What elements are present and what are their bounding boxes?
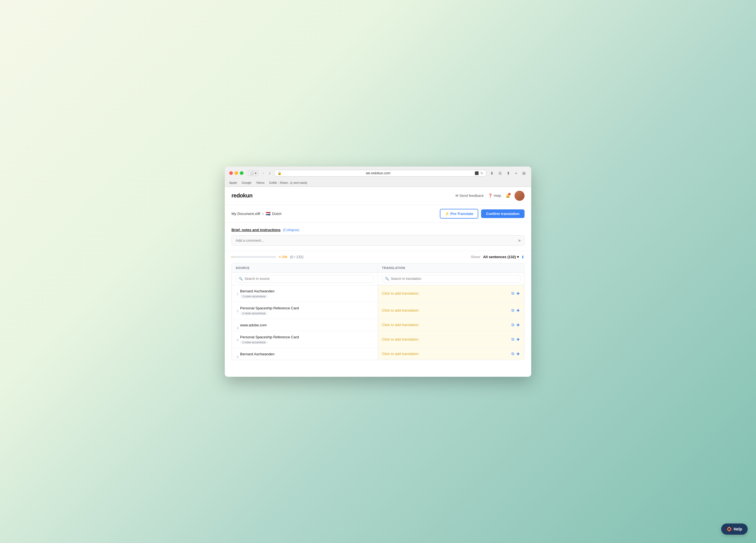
confirm-translation-button[interactable]: Confirm translation [481,210,525,218]
chevron-down-icon: ▾ [517,255,519,259]
address-bar[interactable]: 🔒 we.redokun.com ⬛ ↻ [274,170,486,177]
close-button[interactable] [229,171,233,175]
source-cell-5: 5 Bernard Aschwanden [232,348,378,360]
download-button[interactable]: ⬇ [489,171,495,176]
confirm-btn-4[interactable]: ✚ [516,337,520,342]
breadcrumb-document[interactable]: My Document.xliff [231,212,260,216]
translation-cell-3[interactable]: Click to add translation ⧉ ✚ [378,319,524,331]
progress-bar-fill [231,256,232,258]
pretranslate-button[interactable]: ⚡ Pre-Translate [440,209,478,219]
confirm-btn-2[interactable]: ✚ [516,308,520,313]
app-logo: redokun [231,193,252,199]
row-number-4: 4 [237,338,238,342]
notes-header: Brief, notes and instructions (Collapse) [231,228,525,232]
copy-btn-3[interactable]: ⧉ [511,322,515,328]
notes-section: Brief, notes and instructions (Collapse)… [225,223,531,251]
back-button[interactable]: ‹ [261,170,265,176]
confirm-btn-5[interactable]: ✚ [516,351,520,357]
confirm-btn-3[interactable]: ✚ [516,322,520,328]
sidebar-toggle-button[interactable]: ⬜ ▾ [248,171,258,176]
translation-search-wrapper: 🔍 [382,275,520,282]
source-text-5: Bernard Aschwanden [240,352,275,356]
search-source-input[interactable] [245,277,371,281]
copy-btn-2[interactable]: ⧉ [511,307,515,313]
translation-search-cell: 🔍 [378,272,524,285]
question-icon: ❓ [488,194,492,198]
progress-count: (0 / 132) [290,255,303,259]
occurrence-badge-4: 1 more occurrence [240,340,268,344]
source-text-2: Personal Spaceship Reference Card [240,306,299,310]
grid-button[interactable]: ⊞ [521,171,527,176]
source-cell-1: 1 Bernard Aschwanden 1 more occurrence [232,285,378,302]
notes-title: Brief, notes and instructions [231,228,281,232]
bookmark-yahoo[interactable]: Yahoo [256,181,265,184]
breadcrumb-separator: > [262,212,264,216]
progress-bar-container [231,256,276,258]
translation-column-header: TRANSLATION [378,264,524,272]
copy-btn-4[interactable]: ⧉ [511,336,515,342]
table-row: 1 Bernard Aschwanden 1 more occurrence C… [232,285,524,302]
row-number-1: 1 [237,292,238,296]
copy-btn-1[interactable]: ⧉ [511,290,515,296]
notification-bell-wrapper: 🔔 [506,194,510,198]
new-tab-button[interactable]: + [514,171,518,176]
forward-button[interactable]: › [268,170,272,176]
cell-actions-3: ⧉ ✚ [511,322,520,328]
row-number-2: 2 [237,309,238,313]
user-avatar[interactable] [514,191,525,201]
translation-placeholder-2: Click to add translation [382,308,509,312]
translate-icon: ⬛ [475,171,479,175]
bookmark-gofile[interactable]: Gofile - Share...ly and easily [269,181,308,184]
source-text-3: www.adobe.com [240,323,267,327]
translation-cell-5[interactable]: Click to add translation ⧉ ✚ [378,348,524,360]
source-cell-2: 2 Personal Spaceship Reference Card 1 mo… [232,302,378,319]
bookmark-google[interactable]: Google [242,181,251,184]
bookmarks-bar: Apple Google Yahoo Gofile - Share...ly a… [229,179,527,187]
table-header: SOURCE TRANSLATION [232,264,524,272]
table-row: 3 www.adobe.com Click to add translation… [232,319,524,331]
help-button-header[interactable]: ❓ Help [488,194,501,198]
show-label: Show: [471,255,481,259]
table-row: 4 Personal Spaceship Reference Card 1 mo… [232,331,524,348]
cell-actions-4: ⧉ ✚ [511,336,520,342]
grammarly-button[interactable]: G [498,171,503,176]
progress-section: < 1% (0 / 132) Show: All sentences (132)… [225,251,531,263]
translation-cell-2[interactable]: Click to add translation ⧉ ✚ [378,302,524,319]
send-icon[interactable]: ➤ [518,238,521,243]
search-source-icon: 🔍 [239,277,243,281]
cell-actions-5: ⧉ ✚ [511,351,520,357]
lightning-icon: ⚡ [445,212,449,216]
bookmark-apple[interactable]: Apple [229,181,237,184]
source-search-cell: 🔍 [232,272,378,285]
row-number-3: 3 [237,326,238,330]
help-float-button[interactable]: 🛟 Help [721,523,748,535]
table-row: 5 Bernard Aschwanden Click to add transl… [232,348,524,360]
translation-cell-1[interactable]: Click to add translation ⧉ ✚ [378,285,524,302]
breadcrumb: My Document.xliff > 🇳🇱 Dutch [231,211,282,216]
translation-cell-4[interactable]: Click to add translation ⧉ ✚ [378,331,524,348]
notes-collapse-button[interactable]: (Collapse) [283,228,299,232]
show-value-dropdown[interactable]: All sentences (132) ▾ [483,255,519,259]
notes-input[interactable] [231,235,525,246]
occurrence-badge-2: 1 more occurrence [240,311,268,315]
breadcrumb-actions: ⚡ Pre-Translate Confirm translation [440,209,525,219]
search-translation-input[interactable] [391,277,517,281]
row-number-5: 5 [237,355,238,359]
url-text: we.redokun.com [283,171,473,175]
cell-actions-2: ⧉ ✚ [511,307,520,313]
minimize-button[interactable] [235,171,238,175]
send-feedback-button[interactable]: ✉ Send feedback [455,194,484,198]
confirm-btn-1[interactable]: ✚ [516,291,520,296]
breadcrumb-bar: My Document.xliff > 🇳🇱 Dutch ⚡ Pre-Trans… [225,205,531,223]
shield-icon: 🔒 [277,171,282,175]
filter-icon[interactable]: ⬇ [521,255,525,259]
maximize-button[interactable] [240,171,243,175]
share-button[interactable]: ⬆ [506,171,511,176]
copy-btn-5[interactable]: ⧉ [511,351,515,357]
progress-percent: < 1% [279,255,287,259]
progress-info: < 1% (0 / 132) [231,255,303,259]
show-filter: Show: All sentences (132) ▾ ⬇ [471,255,525,259]
source-column-header: SOURCE [232,264,378,272]
source-search-wrapper: 🔍 [236,275,374,282]
reload-button[interactable]: ↻ [481,171,483,175]
